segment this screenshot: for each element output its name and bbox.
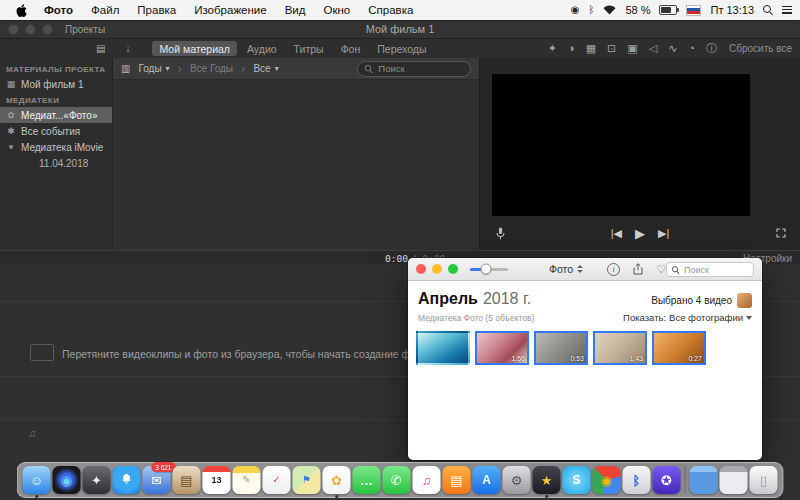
browser-search-field[interactable] bbox=[357, 61, 471, 77]
sidebar-item-all-events[interactable]: ✱ Все события bbox=[0, 123, 112, 139]
sidebar-item-event-date[interactable]: 11.04.2018 bbox=[0, 155, 112, 171]
next-button[interactable]: ▶| bbox=[658, 227, 669, 240]
dock-item-downloads-folder[interactable] bbox=[690, 466, 718, 494]
reset-all-button[interactable]: Сбросить все bbox=[729, 43, 792, 54]
color-correction-icon[interactable]: ▦ bbox=[586, 43, 596, 54]
tab-audio[interactable]: Аудио bbox=[240, 41, 284, 56]
sidebar-section-project: МАТЕРИАЛЫ ПРОЕКТА bbox=[0, 61, 112, 76]
avatar bbox=[737, 293, 752, 308]
sidebar-item-my-movie[interactable]: ▦ Мой фильм 1 bbox=[0, 76, 112, 92]
dock-item-facetime[interactable]: ✆ bbox=[383, 466, 411, 494]
sidebar-section-libraries: МЕДИАТЕКИ bbox=[0, 92, 112, 107]
info-icon[interactable]: i bbox=[607, 263, 620, 276]
spotlight-icon[interactable] bbox=[763, 5, 773, 15]
download-icon[interactable]: ↓ bbox=[125, 43, 130, 54]
tab-my-media[interactable]: Мой материал bbox=[152, 41, 237, 56]
dock-item-imovie[interactable]: ★ bbox=[533, 466, 561, 494]
dock-item-window-preview[interactable] bbox=[720, 466, 748, 494]
thumbnail-zoom-slider[interactable] bbox=[470, 268, 508, 271]
dock-item-chrome[interactable]: ◉ bbox=[593, 466, 621, 494]
sidebar-item-imovie-library[interactable]: ▾ Медиатека iMovie bbox=[0, 139, 112, 155]
menu-item[interactable]: Правка bbox=[128, 4, 185, 16]
tab-titles[interactable]: Титры bbox=[287, 41, 331, 56]
dock-item-launchpad[interactable]: ✦ bbox=[83, 466, 111, 494]
dock-item-photos[interactable]: ✿ bbox=[323, 466, 351, 494]
viewer-panel: |◀ ▶ ▶| bbox=[479, 58, 800, 250]
thumbnail-video-1[interactable]: 1:56 bbox=[475, 331, 529, 365]
previous-button[interactable]: |◀ bbox=[611, 227, 622, 240]
menu-item[interactable]: Изображение bbox=[185, 4, 275, 16]
dock-item-finder[interactable]: ☺ bbox=[23, 466, 51, 494]
dock-item-system-preferences[interactable]: ⚙ bbox=[503, 466, 531, 494]
imovie-titlebar: Проекты Мой фильм 1 bbox=[0, 20, 800, 39]
favorite-icon[interactable]: ♡ bbox=[656, 263, 666, 276]
minimize-button[interactable] bbox=[432, 264, 442, 274]
status-app-icon[interactable]: ◉ bbox=[571, 5, 580, 15]
dock-item-messages[interactable]: … bbox=[353, 466, 381, 494]
thumbnail-video-3[interactable]: 1:43 bbox=[593, 331, 647, 365]
bluetooth-icon[interactable]: ᛒ bbox=[588, 5, 594, 15]
dock-item-star-app[interactable]: ✪ bbox=[653, 466, 681, 494]
dock-item-trash[interactable]: ▯ bbox=[750, 466, 778, 494]
photos-search-input[interactable] bbox=[682, 264, 749, 276]
stabilization-icon[interactable]: ▣ bbox=[627, 43, 637, 54]
dock-item-mail[interactable]: ✉ 3 621 bbox=[143, 466, 171, 494]
speed-icon[interactable]: ◔ bbox=[688, 43, 695, 54]
view-popup-button[interactable]: Фото bbox=[549, 258, 583, 280]
photos-titlebar: Фото i ♡ bbox=[408, 258, 762, 281]
notification-center-icon[interactable] bbox=[782, 6, 792, 15]
zoom-button[interactable] bbox=[448, 264, 458, 274]
app-menu[interactable]: Фото bbox=[35, 4, 82, 16]
search-input[interactable] bbox=[376, 62, 464, 75]
dock-item-maps[interactable]: ⚑ bbox=[293, 466, 321, 494]
thumbnail-video-2[interactable]: 0:53 bbox=[534, 331, 588, 365]
enhance-icon[interactable]: ✦ bbox=[548, 43, 557, 54]
dock-item-skype[interactable]: S bbox=[563, 466, 591, 494]
dock-item-bluetooth-exchange[interactable]: ᛒ bbox=[623, 466, 651, 494]
group-by-dropdown[interactable]: Годы▾ bbox=[138, 63, 169, 74]
menu-bar-clock[interactable]: Пт 13:13 bbox=[710, 4, 754, 16]
dock-item-calendar[interactable]: 13 bbox=[203, 466, 231, 494]
color-balance-icon[interactable]: ◑ bbox=[568, 43, 575, 54]
sidebar-toggle-icon[interactable]: ▥ bbox=[121, 63, 130, 74]
dock-item-app-store[interactable]: A bbox=[473, 466, 501, 494]
tab-backgrounds[interactable]: Фон bbox=[334, 41, 368, 56]
dock-item-itunes[interactable]: ♫ bbox=[413, 466, 441, 494]
menu-list: Файл Правка Изображение Вид Окно Справка bbox=[82, 4, 422, 16]
dock-item-siri[interactable]: ◉ bbox=[53, 466, 81, 494]
dock-item-reminders[interactable]: ✓ bbox=[263, 466, 291, 494]
thumbnail-video-4[interactable]: 0:27 bbox=[652, 331, 706, 365]
thumbnail-photo[interactable] bbox=[416, 331, 470, 365]
dock-item-ibooks[interactable]: ▤ bbox=[443, 466, 471, 494]
projects-back-button[interactable]: Проекты bbox=[65, 24, 105, 35]
dock-item-notes[interactable]: ✎ bbox=[233, 466, 261, 494]
menu-item[interactable]: Окно bbox=[314, 4, 359, 16]
menu-item[interactable]: Вид bbox=[276, 4, 315, 16]
show-filter-dropdown[interactable]: Показать: Все фотографии bbox=[623, 312, 752, 323]
sidebar-item-photos-library[interactable]: ✿ Медиат...«Фото» bbox=[0, 107, 112, 123]
photos-search-field[interactable] bbox=[666, 262, 754, 277]
input-language-flag-icon[interactable] bbox=[686, 5, 701, 16]
battery-icon[interactable] bbox=[659, 5, 677, 15]
apple-menu-icon[interactable] bbox=[8, 4, 35, 17]
status-area: ◉ ᛒ 58 % Пт 13:13 bbox=[571, 4, 792, 16]
share-icon[interactable] bbox=[633, 263, 643, 275]
dock-item-contacts[interactable]: ▤ bbox=[173, 466, 201, 494]
scope-dropdown[interactable]: Все▾ bbox=[253, 63, 278, 74]
play-button[interactable]: ▶ bbox=[635, 226, 645, 241]
close-button[interactable] bbox=[416, 264, 426, 274]
tab-transitions[interactable]: Переходы bbox=[370, 41, 433, 56]
fullscreen-icon[interactable] bbox=[776, 228, 786, 238]
import-media-icon[interactable]: ▤ bbox=[96, 43, 105, 54]
volume-icon[interactable]: ◁ bbox=[649, 43, 657, 54]
dock-item-safari[interactable]: ✧ bbox=[113, 466, 141, 494]
noise-reduction-icon[interactable]: ∿ bbox=[668, 43, 677, 54]
wifi-icon[interactable] bbox=[603, 5, 616, 15]
menu-item[interactable]: Файл bbox=[82, 4, 128, 16]
imovie-main: МАТЕРИАЛЫ ПРОЕКТА ▦ Мой фильм 1 МЕДИАТЕК… bbox=[0, 58, 800, 250]
menu-item[interactable]: Справка bbox=[359, 4, 422, 16]
clip-info-icon[interactable]: ⓘ bbox=[706, 43, 717, 54]
viewer-tools: ✦ ◑ ▦ ⊡ ▣ ◁ ∿ ◔ ⓘ bbox=[548, 43, 717, 54]
voiceover-mic-icon[interactable] bbox=[496, 227, 505, 240]
crop-icon[interactable]: ⊡ bbox=[607, 43, 616, 54]
